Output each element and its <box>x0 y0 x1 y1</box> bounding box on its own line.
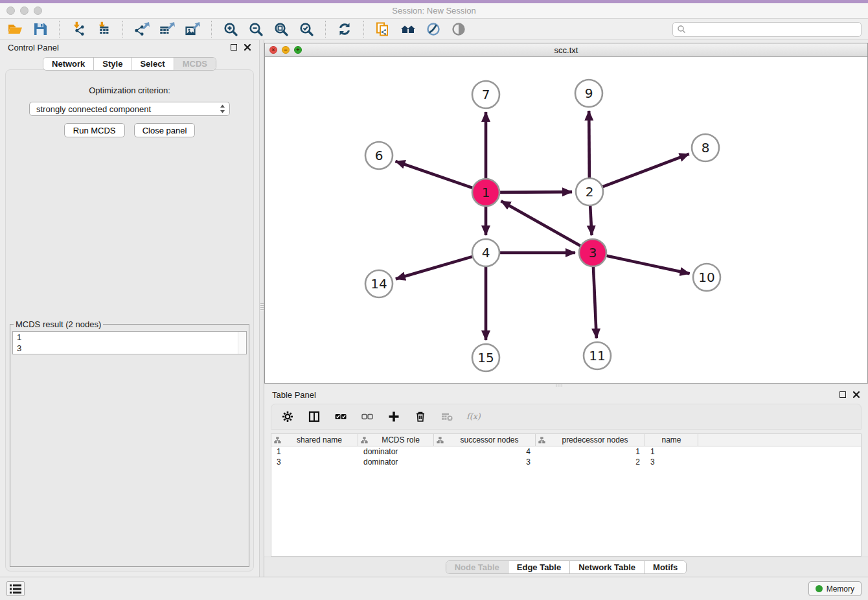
column-label: predecessor nodes <box>548 435 642 444</box>
graph-node-2[interactable]: 2 <box>576 178 603 205</box>
gear-icon[interactable] <box>280 410 295 424</box>
application-window: Session: New Session Control Panel Netwo… <box>0 0 868 600</box>
zoom-out-icon[interactable] <box>247 21 264 38</box>
graph-node-7[interactable]: 7 <box>472 81 499 108</box>
graph-node-3[interactable]: 3 <box>579 239 606 266</box>
result-scrollbar[interactable] <box>238 332 246 354</box>
tab-network-table[interactable]: Network Table <box>570 561 645 573</box>
column-header-MCDS-role[interactable]: MCDS role <box>358 434 434 446</box>
zoom-in-icon[interactable] <box>222 21 239 38</box>
edge-3-1[interactable] <box>501 201 580 246</box>
select-all-checkbox-icon[interactable] <box>334 410 348 424</box>
mcds-result-node: 3 <box>13 343 246 354</box>
main-titlebar: Session: New Session <box>0 3 868 19</box>
column-label: successor nodes <box>446 435 532 444</box>
graph-node-8[interactable]: 8 <box>692 134 719 161</box>
splitter-grip[interactable] <box>260 303 264 311</box>
deselect-all-checkbox-icon[interactable] <box>360 410 374 424</box>
graph-node-11[interactable]: 11 <box>584 342 611 369</box>
table-cell[interactable]: 2 <box>536 457 645 467</box>
search-input[interactable] <box>689 25 857 34</box>
graph-node-10[interactable]: 10 <box>693 264 720 291</box>
tab-motifs[interactable]: Motifs <box>645 561 686 573</box>
edge-3-10[interactable] <box>607 256 690 274</box>
table-cell[interactable]: 1 <box>645 447 698 456</box>
column-header-shared-name[interactable]: shared name <box>271 434 358 446</box>
close-panel-button[interactable]: Close panel <box>134 123 196 137</box>
column-type-icon <box>538 437 545 444</box>
save-session-icon[interactable] <box>32 21 49 38</box>
edge-1-2[interactable] <box>500 192 572 192</box>
tab-style[interactable]: Style <box>94 58 131 70</box>
optimization-criterion-dropdown[interactable]: strongly connected component <box>29 102 230 116</box>
mcds-result-list[interactable]: 13 <box>12 331 247 354</box>
search-field[interactable] <box>672 22 862 37</box>
zoom-fit-icon[interactable] <box>273 21 290 38</box>
function-builder-icon: f(x) <box>466 410 481 424</box>
open-session-icon[interactable] <box>6 21 23 38</box>
edge-1-6[interactable] <box>396 161 473 188</box>
export-image-icon[interactable] <box>184 21 201 38</box>
optimization-criterion-label: Optimization criterion: <box>6 86 253 95</box>
graph-node-9[interactable]: 9 <box>575 80 602 107</box>
tab-select[interactable]: Select <box>131 58 174 70</box>
table-row[interactable]: 3dominator323 <box>271 457 861 467</box>
refresh-layout-icon[interactable] <box>336 21 353 38</box>
table-cell[interactable]: 4 <box>434 447 536 456</box>
horizontal-splitter[interactable] <box>264 384 868 387</box>
edge-2-9[interactable] <box>589 111 589 178</box>
edge-3-11[interactable] <box>593 267 597 338</box>
table-cell[interactable]: 3 <box>271 457 358 467</box>
export-network-icon[interactable] <box>133 21 150 38</box>
close-panel-icon[interactable] <box>244 43 251 51</box>
tab-mcds[interactable]: MCDS <box>174 58 216 70</box>
import-network-icon[interactable] <box>70 21 87 38</box>
add-column-icon[interactable] <box>387 410 401 424</box>
import-table-icon[interactable] <box>95 21 112 38</box>
table-cell[interactable]: dominator <box>358 447 434 456</box>
network-canvas[interactable]: 7968124314101511 <box>265 57 867 383</box>
toolbar-separator <box>122 21 123 38</box>
paint-style-icon[interactable] <box>425 21 442 38</box>
columns-icon[interactable] <box>307 410 321 424</box>
edge-4-14[interactable] <box>396 257 472 279</box>
table-panel: Table Panel f(x) shared nameMCDS rolesuc… <box>264 387 868 577</box>
table-cell[interactable]: dominator <box>358 457 434 467</box>
graph-node-14[interactable]: 14 <box>365 270 393 297</box>
tab-edge-table[interactable]: Edge Table <box>508 561 570 573</box>
run-mcds-button[interactable]: Run MCDS <box>64 123 125 137</box>
tab-network[interactable]: Network <box>43 58 94 70</box>
graph-node-15[interactable]: 15 <box>472 344 499 371</box>
tab-node-table[interactable]: Node Table <box>446 561 508 573</box>
edge-2-8[interactable] <box>603 154 689 187</box>
dropdown-stepper-icon <box>218 103 227 115</box>
table-row[interactable]: 1dominator411 <box>271 446 861 457</box>
control-panel-header: Control Panel <box>0 40 259 54</box>
column-header-predecessor-nodes[interactable]: predecessor nodes <box>536 434 645 446</box>
column-header-name[interactable]: name <box>645 434 698 446</box>
memory-button[interactable]: Memory <box>808 581 862 596</box>
delete-icon[interactable] <box>413 410 428 424</box>
copy-network-icon[interactable] <box>374 21 391 38</box>
export-table-icon[interactable] <box>159 21 176 38</box>
table-cell[interactable]: 1 <box>536 447 645 456</box>
table-cell[interactable]: 3 <box>645 457 698 467</box>
table-cell[interactable]: 1 <box>271 447 358 456</box>
splitter-grip[interactable] <box>556 384 564 387</box>
edge-2-3[interactable] <box>590 206 591 235</box>
graph-node-4[interactable]: 4 <box>472 239 499 266</box>
column-type-icon <box>361 437 368 444</box>
column-header-successor-nodes[interactable]: successor nodes <box>434 434 536 446</box>
node-label: 10 <box>698 270 714 285</box>
task-history-button[interactable] <box>6 581 25 596</box>
float-panel-icon[interactable] <box>839 391 846 398</box>
vertical-splitter[interactable] <box>259 40 264 577</box>
table-cell[interactable]: 3 <box>434 457 536 467</box>
mcds-result-group: MCDS result (2 nodes) 13 <box>10 319 249 567</box>
graph-node-1[interactable]: 1 <box>472 179 499 206</box>
graph-node-6[interactable]: 6 <box>365 142 393 169</box>
float-panel-icon[interactable] <box>231 44 237 51</box>
close-panel-icon[interactable] <box>852 391 860 398</box>
zoom-selected-icon[interactable] <box>298 21 315 38</box>
first-neighbors-icon[interactable] <box>400 21 417 38</box>
